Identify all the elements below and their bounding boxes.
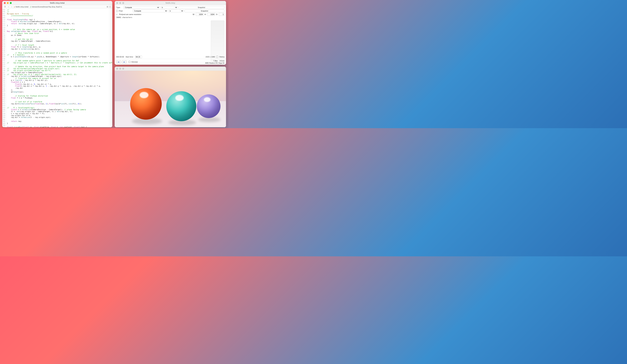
check-icon: ✓: [116, 13, 118, 15]
inspector-panel: Type: Compute k Snapshot Post Compute k …: [115, 5, 226, 19]
breadcrumb-symbol[interactable]: intersectScene(thread Ray &ray, float3 k…: [32, 6, 62, 8]
frame-ms-label: 141ms: [219, 60, 224, 62]
inspector-window: fieldfx.mtoy Type: Compute k Snapshot Po…: [115, 1, 226, 65]
editor-titlebar: fieldfx.mtoy.metal: [2, 1, 112, 5]
breadcrumb[interactable]: ▸ fieldfx.mtoy.metal › ⨍ intersectScene(…: [14, 6, 62, 8]
inspector-title: fieldfx.mtoy: [115, 2, 226, 4]
inspector-titlebar: fieldfx.mtoy: [115, 1, 226, 5]
post-select[interactable]: Compute: [133, 9, 167, 12]
sphere-orange: [130, 88, 162, 120]
retina-label: Retina: [219, 56, 224, 58]
char-count: 30801 characters: [116, 16, 224, 18]
sphere-purple: [197, 94, 220, 118]
minimize-icon[interactable]: [119, 68, 121, 70]
post-snapshot-button[interactable]: Snapshot: [184, 9, 224, 12]
minimize-icon[interactable]: [7, 2, 9, 4]
gpu-label: AMD Radeon RX Vega 56: [205, 62, 224, 64]
split-view-icon[interactable]: ◫: [109, 6, 111, 8]
same-res-label: Pre/post are same resolution: [119, 13, 192, 15]
post-checkbox[interactable]: [116, 10, 118, 12]
render-surface[interactable]: [115, 71, 226, 127]
skip-back-button[interactable]: ⏮: [116, 60, 121, 63]
editor-window: fieldfx.mtoy.metal ☰ ‹ › ▸ fieldfx.mtoy.…: [2, 1, 112, 127]
code-editor[interactable]: 7057067077087097107117127137147157167177…: [2, 8, 112, 127]
function-icon: ⨍: [30, 6, 31, 8]
related-items-icon[interactable]: ☰: [4, 6, 6, 8]
render-window: [115, 67, 226, 127]
post-k-select[interactable]: k: [168, 9, 184, 12]
traffic-lights: [4, 2, 12, 4]
file-icon: ▸: [14, 6, 15, 8]
snapshot-button[interactable]: Snapshot: [178, 6, 224, 9]
type-select[interactable]: Compute: [123, 6, 159, 9]
post-label: Post: [119, 10, 132, 12]
skip-forward-button[interactable]: ⏭: [122, 60, 127, 63]
type-k-select[interactable]: k: [160, 6, 177, 9]
close-icon[interactable]: [116, 2, 118, 4]
editor-title: fieldfx.mtoy.metal: [2, 2, 112, 4]
denoise-checkbox[interactable]: [129, 61, 130, 63]
fps-label: 7.0fps: [213, 60, 218, 62]
resolution-label: 1920 x 1080: [206, 56, 215, 58]
editor-toolbar: ☰ ‹ › ▸ fieldfx.mtoy.metal › ⨍ intersect…: [2, 5, 112, 8]
w-label: W:: [193, 13, 195, 15]
start-time-field[interactable]: [135, 55, 142, 58]
sphere-teal: [166, 91, 196, 121]
h-label: H:: [205, 13, 206, 15]
status-top: 000:00:00 Start time: 1920 x 1080 Retina: [115, 55, 226, 59]
render-titlebar: [115, 67, 226, 71]
zoom-icon[interactable]: [10, 2, 12, 4]
traffic-lights: [116, 68, 124, 70]
depth-field[interactable]: [219, 13, 224, 16]
line-gutter: 7057067077087097107117127137147157167177…: [2, 8, 6, 127]
denoise-label: Denoise: [131, 61, 138, 63]
height-field[interactable]: [207, 13, 215, 16]
breadcrumb-file[interactable]: fieldfx.mtoy.metal: [16, 6, 28, 8]
close-icon[interactable]: [116, 68, 118, 70]
zoom-icon[interactable]: [122, 68, 124, 70]
d-label: D:: [216, 13, 218, 15]
traffic-lights: [116, 2, 124, 4]
width-field[interactable]: [196, 13, 204, 16]
elapsed-time: 000:00:00: [116, 56, 124, 58]
back-button[interactable]: ‹: [7, 5, 9, 8]
type-label: Type:: [116, 6, 123, 8]
chevron-right-icon: ›: [29, 6, 30, 8]
minimap-icon[interactable]: ▥: [106, 6, 108, 8]
close-icon[interactable]: [4, 2, 6, 4]
minimize-icon[interactable]: [119, 2, 121, 4]
zoom-icon[interactable]: [122, 2, 124, 4]
retina-checkbox[interactable]: [216, 56, 218, 58]
status-bottom: ⏮ ⏭ Denoise 7.0fps 141ms AMD Radeon RX V…: [115, 59, 226, 65]
start-time-label: Start time:: [126, 56, 133, 58]
code-content[interactable]: ////#pragma mark - Tracing //===========…: [6, 8, 112, 127]
forward-button[interactable]: ›: [11, 5, 13, 8]
